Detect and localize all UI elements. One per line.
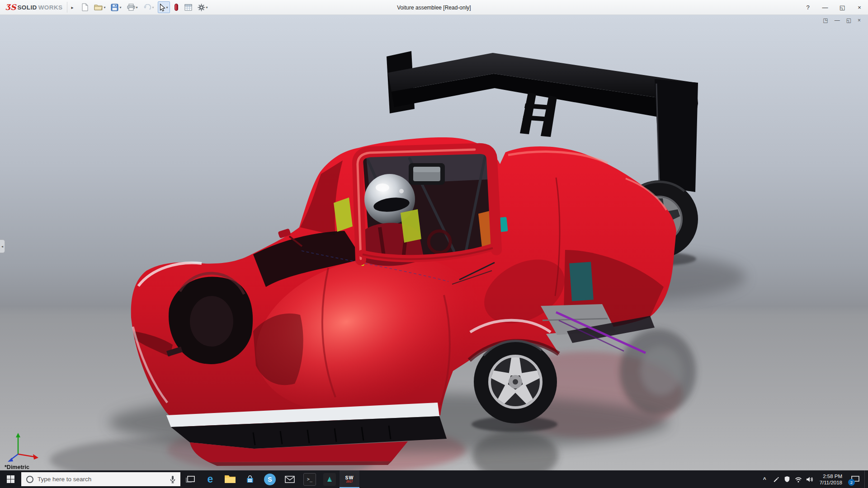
clock-time: 2:58 PM — [823, 473, 842, 479]
mail-button[interactable] — [280, 470, 300, 488]
task-view-button[interactable] — [180, 470, 200, 488]
new-document-icon — [81, 3, 89, 11]
start-button[interactable] — [0, 470, 21, 488]
open-folder-icon — [94, 4, 103, 11]
command-prompt-button[interactable]: >_ — [300, 470, 320, 488]
3d-scene[interactable] — [0, 15, 868, 470]
options-gear-icon — [198, 4, 205, 11]
view-orientation-label: *Dimetric — [5, 464, 29, 470]
solidworks-window: ƷS SOLIDWORKS ▸ ▾ ▾ ▾ ▾ — [0, 0, 868, 488]
store-icon — [245, 475, 255, 484]
edge-icon: e — [208, 473, 213, 485]
window-controls: ? — ◱ × — [799, 0, 868, 15]
orientation-triad — [5, 431, 43, 463]
action-center-button[interactable]: 2 — [846, 470, 864, 488]
open-caret[interactable]: ▾ — [104, 5, 105, 9]
system-tray: ^ 2:58 PM 7/11/2018 2 — [759, 470, 868, 488]
document-title: Voiture assemblee [Read-only] — [190, 0, 678, 15]
quick-access-toolbar: ▾ ▾ ▾ ▾ ▾ — [80, 1, 209, 13]
maximize-button[interactable]: ◱ — [834, 0, 851, 15]
save-button[interactable]: ▾ — [109, 1, 123, 13]
clock-date: 7/11/2018 — [820, 479, 842, 486]
store-button[interactable] — [240, 470, 260, 488]
new-document-button[interactable] — [80, 1, 90, 13]
edge-button[interactable]: e — [200, 470, 220, 488]
doc-dock-icon[interactable]: ◳ — [823, 17, 828, 23]
solidworks-2017-icon: SW 2017 — [343, 473, 356, 486]
options-caret[interactable]: ▾ — [206, 5, 208, 9]
rebuild-stoplight-icon — [174, 3, 179, 11]
undo-caret[interactable]: ▾ — [152, 5, 154, 9]
volume-icon[interactable] — [804, 470, 816, 488]
defender-shield-icon[interactable] — [782, 470, 793, 488]
save-icon — [111, 4, 118, 11]
titlebar: ƷS SOLIDWORKS ▸ ▾ ▾ ▾ ▾ — [0, 0, 868, 15]
microphone-icon[interactable] — [170, 475, 176, 483]
doc-close-icon[interactable]: × — [858, 17, 861, 23]
file-explorer-button[interactable] — [220, 470, 240, 488]
help-button[interactable]: ? — [799, 0, 816, 15]
solidworks-2017-button[interactable]: SW 2017 — [340, 470, 359, 488]
network-icon[interactable] — [793, 470, 804, 488]
close-button[interactable]: × — [851, 0, 868, 15]
open-button[interactable]: ▾ — [92, 1, 107, 13]
select-cursor-icon — [160, 4, 165, 11]
show-desktop-button[interactable] — [864, 470, 868, 488]
skype-icon: S — [264, 474, 276, 485]
pen-icon[interactable] — [770, 470, 782, 488]
document-window-controls: ◳ — ◱ × — [823, 17, 861, 23]
command-prompt-icon: >_ — [303, 473, 316, 486]
hidden-icons-chevron[interactable]: ^ — [759, 470, 770, 488]
design-table-button[interactable] — [183, 1, 194, 13]
search-input[interactable] — [38, 476, 166, 483]
options-button[interactable]: ▾ — [196, 1, 210, 13]
ds-logo-icon: ƷS — [5, 3, 16, 12]
brand-solid: SOLID — [17, 4, 37, 11]
undo-icon — [143, 4, 151, 11]
taskbar-clock[interactable]: 2:58 PM 7/11/2018 — [816, 473, 846, 486]
cockpit[interactable] — [334, 149, 508, 266]
mail-icon — [285, 476, 295, 483]
save-caret[interactable]: ▾ — [119, 5, 121, 9]
notification-badge: 2 — [848, 479, 855, 486]
print-icon — [127, 4, 135, 11]
task-view-icon — [185, 475, 195, 483]
doc-minimize-icon[interactable]: — — [835, 17, 840, 23]
windows-taskbar: e S >_ SW 2017 ^ — [0, 470, 868, 488]
skype-button[interactable]: S — [260, 470, 280, 488]
cortana-icon — [26, 475, 34, 483]
select-caret[interactable]: ▾ — [166, 5, 168, 9]
windows-logo-icon — [7, 475, 14, 483]
minimize-button[interactable]: — — [816, 0, 834, 15]
edrawings-icon — [323, 473, 336, 486]
graphics-viewport[interactable]: ◳ — ◱ × ◂ *Dimetric — [0, 15, 868, 470]
undo-button[interactable]: ▾ — [142, 1, 156, 13]
panel-collapse-tab[interactable]: ◂ — [0, 239, 5, 253]
taskbar-search[interactable] — [21, 472, 180, 486]
design-table-icon — [184, 4, 192, 11]
doc-restore-icon[interactable]: ◱ — [846, 17, 851, 23]
print-caret[interactable]: ▾ — [136, 5, 138, 9]
solidworks-logo: ƷS SOLIDWORKS — [0, 3, 66, 12]
rebuild-button[interactable] — [172, 1, 181, 13]
print-button[interactable]: ▾ — [125, 1, 140, 13]
menu-flyout-button[interactable]: ▸ — [67, 2, 77, 13]
edrawings-button[interactable] — [320, 470, 340, 488]
select-button[interactable]: ▾ — [158, 1, 170, 13]
brand-works: WORKS — [38, 4, 63, 11]
file-explorer-icon — [224, 474, 236, 484]
front-wheel[interactable] — [474, 340, 557, 423]
